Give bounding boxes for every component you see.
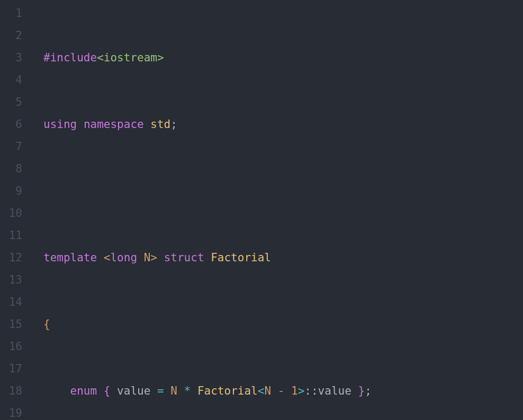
space [97,251,104,264]
punct: ; [365,385,372,397]
angle-close: > [298,385,305,397]
space [137,251,144,264]
code-line[interactable]: template <long N> struct Factorial [43,246,523,269]
code-line[interactable] [43,180,523,202]
code-line[interactable]: enum { value = N * Factorial<N - 1>::val… [43,380,523,402]
identifier: std [150,118,170,131]
keyword: template [43,251,97,264]
line-number: 13 [0,269,22,291]
type-name: Factorial [211,251,271,264]
angle-open: < [104,251,111,264]
preprocessor: #include [43,51,97,64]
code-line[interactable]: #include<iostream> [43,47,523,69]
line-number: 8 [0,158,22,180]
line-number: 15 [0,313,22,335]
line-number: 7 [0,135,22,158]
line-number: 10 [0,202,22,224]
space [177,385,184,397]
brace-close: } [358,385,365,397]
line-number: 6 [0,113,22,135]
tparam: N [170,385,177,397]
type-name: Factorial [197,385,258,397]
brace-open: { [104,385,111,397]
code-area[interactable]: #include<iostream> using namespace std; … [32,0,523,420]
keyword: namespace [84,118,144,131]
keyword: enum [70,385,97,397]
line-number: 12 [0,246,22,269]
punct: ; [170,118,177,131]
code-line[interactable]: using namespace std; [43,113,523,135]
space [77,118,84,131]
space [204,251,211,264]
line-number: 14 [0,291,22,313]
line-number-gutter: 1 2 3 4 5 6 7 8 9 10 11 12 13 14 15 16 1… [0,0,32,420]
angle-open: < [258,385,265,397]
include-path: <iostream> [97,51,164,64]
operator: * [184,385,191,397]
space [157,251,164,264]
keyword: struct [164,251,204,264]
tparam: N [264,385,271,397]
operator: - [278,385,285,397]
space [191,385,197,397]
line-number: 19 [0,402,22,420]
brace-open: { [43,318,50,331]
line-number: 17 [0,358,22,380]
line-number: 16 [0,335,22,358]
line-number: 18 [0,380,22,402]
space [271,385,278,397]
keyword: using [43,118,77,131]
indent [43,385,70,397]
space [164,385,171,397]
number: 1 [291,385,298,397]
tparam: N [144,251,151,264]
identifier: ::value [304,385,358,397]
code-line[interactable]: { [43,313,523,335]
identifier: value [110,385,157,397]
line-number: 1 [0,2,22,24]
operator: = [157,385,164,397]
space [284,385,291,397]
line-number: 4 [0,69,22,91]
line-number: 9 [0,180,22,202]
angle-close: > [150,251,157,264]
line-number: 2 [0,24,22,47]
line-number: 3 [0,47,22,69]
line-number: 5 [0,91,22,113]
space [97,385,104,397]
type: long [110,251,137,264]
space [144,118,151,131]
code-editor[interactable]: 1 2 3 4 5 6 7 8 9 10 11 12 13 14 15 16 1… [0,0,523,420]
line-number: 11 [0,224,22,246]
